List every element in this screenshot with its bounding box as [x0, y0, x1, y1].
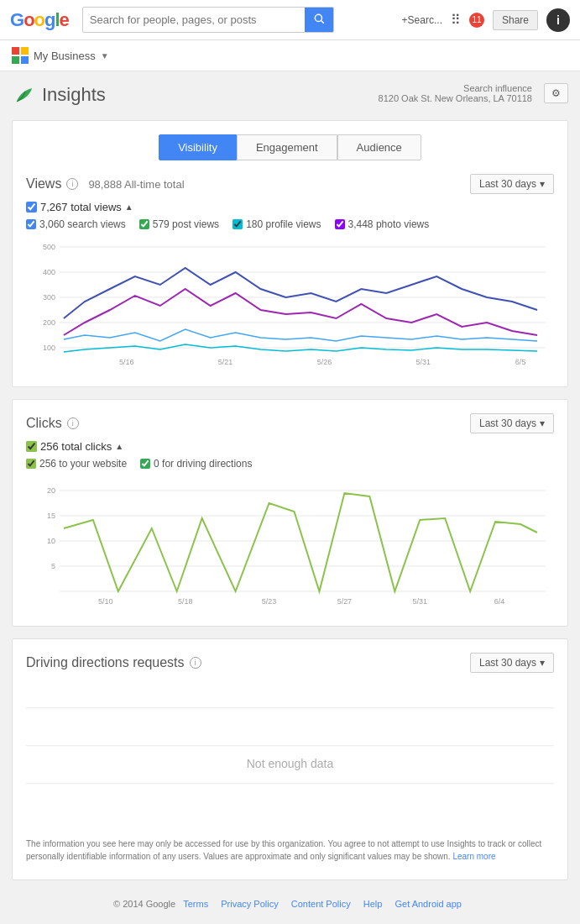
share-button[interactable]: Share [493, 10, 538, 30]
directions-clicks-cb[interactable] [140, 459, 150, 469]
clicks-date-button[interactable]: Last 30 days ▾ [470, 413, 554, 433]
profile-views-stat: 180 profile views [233, 218, 321, 230]
website-clicks-cb[interactable] [26, 459, 36, 469]
views-trend-icon: ▲ [125, 202, 133, 212]
no-data-message: Not enough data [26, 680, 554, 831]
driving-info-icon[interactable]: i [190, 657, 201, 669]
tab-audience[interactable]: Audience [337, 134, 421, 160]
search-link[interactable]: +Searc... [402, 14, 442, 26]
notification-badge[interactable]: 11 [469, 13, 484, 28]
views-date-button[interactable]: Last 30 days ▾ [470, 174, 554, 194]
driving-chevron-icon: ▾ [540, 657, 545, 669]
photo-views-label: 3,448 photo views [348, 218, 430, 230]
search-views-label: 3,060 search views [39, 218, 126, 230]
views-section: Views i 98,888 All-time total Last 30 da… [26, 174, 554, 373]
clicks-title: Clicks i [26, 416, 79, 431]
photo-views-stat: 3,448 photo views [335, 218, 430, 230]
sub-header: My Business ▼ [0, 40, 580, 71]
search-bar [82, 7, 334, 33]
search-views-cb[interactable] [26, 219, 36, 229]
insights-right: Search influence 8120 Oak St. New Orlean… [379, 83, 568, 103]
post-views-label: 579 post views [153, 218, 219, 230]
svg-rect-4 [12, 56, 19, 64]
clicks-sub-stats: 256 to your website 0 for driving direct… [26, 458, 554, 470]
privacy-link[interactable]: Privacy Policy [221, 899, 278, 909]
mybusiness-label[interactable]: My Business [34, 50, 96, 62]
profile-views-label: 180 profile views [246, 218, 321, 230]
apps-icon[interactable]: ⠿ [451, 12, 461, 28]
driving-section-header: Driving directions requests i Last 30 da… [26, 653, 554, 673]
mybusiness-dropdown-icon[interactable]: ▼ [101, 51, 109, 60]
copyright: © 2014 Google [113, 899, 175, 909]
views-title: Views i 98,888 All-time total [26, 176, 185, 192]
search-button[interactable] [305, 8, 333, 32]
terms-link[interactable]: Terms [183, 899, 208, 909]
svg-text:5/31: 5/31 [416, 358, 431, 366]
insights-title-area: Insights [12, 83, 106, 107]
svg-point-0 [315, 14, 321, 21]
driving-date-button[interactable]: Last 30 days ▾ [470, 653, 554, 673]
views-info-icon[interactable]: i [66, 178, 78, 190]
svg-text:5/21: 5/21 [218, 358, 233, 366]
svg-text:6/4: 6/4 [494, 597, 504, 606]
svg-text:5/18: 5/18 [178, 597, 192, 606]
help-link[interactable]: Help [363, 899, 383, 909]
learn-more-link[interactable]: Learn more [452, 852, 495, 861]
svg-text:400: 400 [43, 268, 55, 276]
footer-disclaimer: The information you see here may only be… [26, 831, 554, 866]
views-chart: 500 400 300 200 100 5/16 5/21 5/26 5/31 … [26, 239, 554, 373]
svg-text:5/23: 5/23 [262, 597, 276, 606]
header: Google +Searc... ⠿ 11 Share i [0, 0, 580, 40]
svg-line-1 [321, 21, 323, 24]
search-influence-area: Search influence 8120 Oak St. New Orlean… [379, 83, 532, 103]
clicks-total-label: 256 total clicks [40, 440, 112, 453]
views-sub-stats: 3,060 search views 579 post views 180 pr… [26, 218, 554, 230]
svg-text:5/31: 5/31 [413, 597, 427, 606]
android-app-link[interactable]: Get Android app [395, 899, 462, 909]
content-policy-link[interactable]: Content Policy [291, 899, 351, 909]
avatar[interactable]: i [546, 8, 570, 32]
clicks-stats-row: 256 total clicks ▲ [26, 440, 554, 453]
svg-text:100: 100 [43, 344, 55, 352]
insights-header: Insights Search influence 8120 Oak St. N… [12, 80, 568, 110]
svg-text:20: 20 [47, 486, 55, 495]
clicks-info-icon[interactable]: i [67, 417, 79, 429]
website-clicks-stat: 256 to your website [26, 458, 127, 470]
search-input[interactable] [83, 8, 305, 31]
tab-visibility[interactable]: Visibility [159, 134, 237, 160]
photo-views-cb[interactable] [335, 219, 345, 229]
svg-text:6/5: 6/5 [515, 358, 525, 366]
svg-text:200: 200 [43, 318, 55, 327]
svg-text:500: 500 [43, 243, 55, 251]
website-clicks-label: 256 to your website [39, 458, 127, 470]
svg-text:10: 10 [47, 537, 55, 545]
tab-engagement[interactable]: Engagement [237, 134, 337, 160]
profile-views-cb[interactable] [233, 219, 243, 229]
clicks-chevron-icon: ▾ [540, 417, 545, 429]
page-content: Insights Search influence 8120 Oak St. N… [0, 71, 580, 921]
insights-leaf-icon [12, 83, 35, 107]
main-card: Visibility Engagement Audience Views i 9… [12, 120, 568, 387]
views-section-header: Views i 98,888 All-time total Last 30 da… [26, 174, 554, 194]
svg-text:5/27: 5/27 [337, 597, 352, 606]
svg-text:5/16: 5/16 [119, 358, 133, 366]
svg-text:15: 15 [47, 512, 55, 520]
svg-text:5/10: 5/10 [98, 597, 112, 606]
address-label: 8120 Oak St. New Orleans, LA 70118 [379, 93, 532, 103]
views-stats-row: 7,267 total views ▲ [26, 201, 554, 213]
driving-card: Driving directions requests i Last 30 da… [12, 638, 568, 880]
views-all-time: 98,888 All-time total [88, 178, 184, 191]
clicks-total-checkbox[interactable] [26, 441, 37, 452]
chevron-down-icon: ▾ [540, 178, 545, 190]
mybusiness-icon [12, 47, 29, 64]
driving-chart-area: Not enough data [26, 680, 554, 831]
post-views-cb[interactable] [139, 219, 149, 229]
google-logo: Google [10, 9, 69, 31]
clicks-chart: 20 15 10 5 5/10 5/18 5/23 5/27 5/31 6/4 [26, 478, 554, 612]
views-total-checkbox[interactable] [26, 202, 37, 213]
post-views-stat: 579 post views [139, 218, 219, 230]
tabs-row: Visibility Engagement Audience [26, 134, 554, 160]
settings-button[interactable]: ⚙ [544, 83, 568, 103]
directions-clicks-label: 0 for driving directions [154, 458, 252, 470]
views-total-label: 7,267 total views [40, 201, 122, 213]
